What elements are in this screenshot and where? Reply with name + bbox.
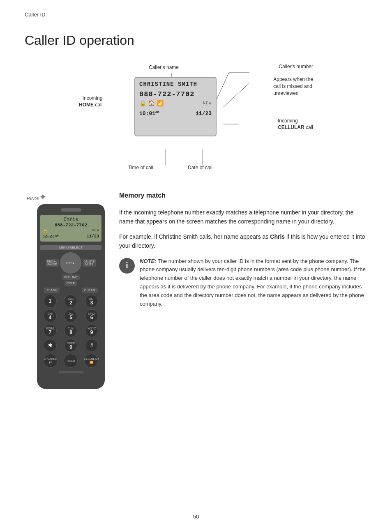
cellular-icon: 📶 — [90, 361, 93, 364]
screen-time-date: 10:01AM 11/23 — [139, 110, 212, 117]
dir-up-label: DIR▲ — [66, 261, 75, 265]
speaker-icon: 🔊 — [48, 361, 52, 364]
pd-new-label: NEW — [92, 228, 99, 233]
diagram-container: CHRISTINE SMITH 888-722-7702 🔒 🏠 📶 NEW 1… — [77, 60, 315, 175]
nav-row-top: REDIALPAUSE DIR▲ DELETEMUTE — [46, 252, 96, 274]
note-text: NOTE: The number shown by your caller ID… — [140, 257, 367, 309]
speaker-key[interactable]: SPEAKER 🔊 — [44, 354, 58, 368]
key-3[interactable]: DEF3 — [85, 295, 98, 308]
pd-lock-icon: 🔒 — [43, 228, 48, 233]
key-9[interactable]: WXYZ9 — [85, 324, 98, 337]
ring-star-icon: ✦ — [39, 192, 46, 203]
note-box: i NOTE: The number shown by your caller … — [119, 257, 367, 309]
key-2[interactable]: ABC2 — [64, 295, 77, 308]
nav-circle[interactable]: DIR▲ — [60, 252, 81, 274]
screen-new-label: NEW — [203, 101, 212, 106]
key-star[interactable]: ✱ — [44, 339, 57, 352]
key-7[interactable]: PQRS7 — [44, 324, 57, 337]
paragraph-2: For example, if Christine Smith calls, h… — [119, 232, 367, 251]
screen-caller-number: 888-722-7702 — [139, 90, 212, 98]
cid-label[interactable]: CID▼ — [65, 281, 78, 286]
nav-row-mid: VOLUME — [62, 274, 80, 280]
annotation-appears-when: Appears when thecall is missed andunrevi… — [273, 76, 313, 97]
phone-illustration-container: RING! ✦ Chris 888-722-7702 🔒 NEW 10:01AM — [25, 192, 107, 308]
right-content: Memory match If the incoming telephone n… — [119, 192, 367, 308]
redial-key[interactable]: REDIALPAUSE — [46, 259, 58, 267]
svg-line-3 — [223, 83, 249, 108]
keypad: 1 ABC2 DEF3 GHI4 JKL5 MNO6 PQRS7 TUV8 WX… — [40, 295, 101, 352]
key-8[interactable]: TUV8 — [64, 324, 77, 337]
flash-key[interactable]: FLASH — [44, 288, 60, 293]
hold-label: HOLD — [67, 359, 75, 362]
paragraph-1: If the incoming telephone number exactly… — [119, 208, 367, 226]
key-4[interactable]: GHI4 — [44, 309, 57, 322]
annotation-incoming-cellular: IncomingCELLULAR call — [278, 118, 313, 131]
key-0[interactable]: OPER0 — [64, 339, 77, 352]
annotation-incoming-home: IncomingHOME call — [79, 95, 102, 108]
note-label: NOTE: — [140, 258, 156, 264]
phone-speaker-top — [61, 208, 81, 212]
diagram-section: CHRISTINE SMITH 888-722-7702 🔒 🏠 📶 NEW 1… — [25, 60, 367, 175]
page: Caller ID Caller ID operation — [0, 0, 392, 532]
spacer — [69, 288, 73, 293]
keypad-row-2: GHI4 JKL5 MNO6 — [40, 309, 101, 322]
screen-icons-row: 🔒 🏠 📶 NEW — [139, 100, 212, 107]
screen-icons: 🔒 🏠 📶 — [139, 100, 164, 107]
pd-name: Chris — [43, 217, 99, 223]
cellular-icon: 📶 — [157, 100, 164, 107]
pd-icons: 🔒 — [43, 228, 48, 233]
keypad-row-1: 1 ABC2 DEF3 — [40, 295, 101, 308]
cellular-key[interactable]: CELLULAR 📶 — [84, 354, 98, 368]
keypad-row-3: PQRS7 TUV8 WXYZ9 — [40, 324, 101, 337]
pd-date: 11/23 — [87, 234, 99, 240]
ring-label: RING! — [27, 196, 39, 201]
keypad-row-4: ✱ OPER0 # — [40, 339, 101, 352]
svg-line-1 — [217, 73, 229, 99]
hold-key[interactable]: HOLD — [64, 354, 78, 368]
paragraph-2-prefix: For example, if Christine Smith calls, h… — [119, 233, 270, 240]
key-6[interactable]: MNO6 — [85, 309, 98, 322]
top-label: Caller ID — [25, 12, 46, 18]
phone-screen: CHRISTINE SMITH 888-722-7702 🔒 🏠 📶 NEW 1… — [134, 77, 217, 136]
volume-label[interactable]: VOLUME — [62, 274, 80, 280]
bottom-keys: SPEAKER 🔊 HOLD CELLULAR 📶 — [40, 354, 101, 368]
home-icon: 🏠 — [148, 100, 155, 107]
phone-display: Chris 888-722-7702 🔒 NEW 10:01AM 11/23 — [40, 215, 101, 242]
screen-caller-name: CHRISTINE SMITH — [139, 81, 212, 89]
paragraph-2-bold: Chris — [270, 233, 285, 240]
delete-key[interactable]: DELETEMUTE — [83, 259, 96, 267]
annotation-callers-name: Caller's name — [149, 64, 179, 71]
special-row: FLASH CLEAR — [40, 288, 101, 293]
screen-time: 10:01AM — [139, 110, 159, 117]
lock-icon: 🔒 — [139, 100, 146, 107]
nav-cluster: REDIALPAUSE DIR▲ DELETEMUTE VOLUME CID▼ — [40, 252, 101, 286]
note-icon: i — [119, 258, 135, 274]
content-area: RING! ✦ Chris 888-722-7702 🔒 NEW 10:01AM — [25, 192, 367, 308]
pd-time: 10:01AM — [43, 234, 58, 240]
note-content: The number shown by your caller ID is in… — [140, 258, 366, 307]
annotation-callers-number: Caller's number — [279, 64, 313, 70]
pd-time-row: 10:01AM 11/23 — [43, 234, 99, 240]
key-1[interactable]: 1 — [44, 295, 57, 308]
phone-bottom-bar — [59, 371, 83, 373]
pd-number: 888-722-7702 — [43, 223, 99, 228]
nav-row-bot: CID▼ — [65, 281, 78, 286]
section-title: Memory match — [119, 192, 367, 202]
clear-key[interactable]: CLEAR — [82, 288, 98, 293]
page-number: 50 — [0, 514, 392, 520]
annotation-date-of-call: Date of call — [188, 165, 212, 171]
note-icon-letter: i — [126, 261, 128, 270]
page-title: Caller ID operation — [25, 33, 367, 48]
annotation-time-of-call: Time of call — [128, 165, 153, 171]
cellular-label: CELLULAR — [84, 357, 99, 360]
key-hash[interactable]: # — [85, 339, 98, 352]
phone-body: Chris 888-722-7702 🔒 NEW 10:01AM 11/23 M… — [37, 204, 105, 389]
speaker-label: SPEAKER — [44, 357, 57, 360]
key-5[interactable]: JKL5 — [64, 309, 77, 322]
menu-bar: MENU/SELECT — [40, 245, 101, 250]
screen-date: 11/23 — [196, 111, 212, 117]
pd-row2: 🔒 NEW — [43, 228, 99, 233]
